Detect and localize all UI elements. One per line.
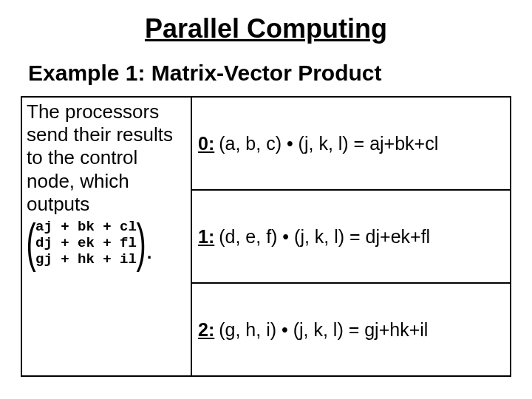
slide-subtitle: Example 1: Matrix-Vector Product	[28, 61, 511, 86]
matrix-body: aj + bk + cl dj + ek + fl gj + hk + il	[35, 219, 137, 267]
processor-label: 0:	[198, 133, 214, 154]
processor-text: (d, e, f) • (j, k, l) = dj+ek+fl	[219, 226, 430, 248]
matrix-row-0: aj + bk + cl	[35, 219, 137, 235]
left-column: The processors send their results to the…	[22, 98, 192, 375]
processor-text: (g, h, i) • (j, k, l) = gj+hk+il	[219, 319, 428, 341]
content-area: The processors send their results to the…	[21, 96, 511, 377]
right-column: 0: (a, b, c) • (j, k, l) = aj+bk+cl 1: (…	[192, 98, 510, 375]
processor-text: (a, b, c) • (j, k, l) = aj+bk+cl	[219, 133, 438, 154]
processor-row-0: 0: (a, b, c) • (j, k, l) = aj+bk+cl	[192, 98, 510, 191]
processor-label: 1:	[198, 226, 214, 248]
period: .	[147, 242, 152, 263]
slide-title: Parallel Computing	[21, 13, 511, 44]
matrix-row-1: dj + ek + fl	[35, 235, 137, 251]
paren-left-icon: (	[26, 222, 35, 265]
processor-row-1: 1: (d, e, f) • (j, k, l) = dj+ek+fl	[192, 191, 510, 284]
slide: Parallel Computing Example 1: Matrix-Vec…	[0, 0, 532, 399]
output-matrix: ( aj + bk + cl dj + ek + fl gj + hk + il…	[27, 219, 186, 267]
paren-right-icon: )	[136, 222, 146, 265]
description-text: The processors send their results to the…	[27, 100, 186, 216]
processor-label: 2:	[198, 319, 214, 341]
matrix-row-2: gj + hk + il	[35, 251, 137, 267]
processor-row-2: 2: (g, h, i) • (j, k, l) = gj+hk+il	[192, 284, 510, 375]
